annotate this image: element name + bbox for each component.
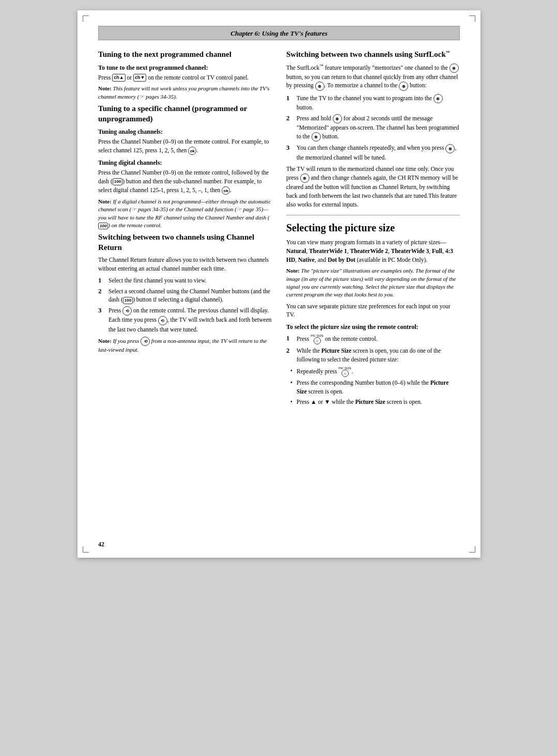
- corner-mark-br: [469, 546, 475, 553]
- sub-tune-next-label: To tune to the next programmed channel:: [98, 64, 272, 72]
- ch-rtn-icon-1: ⟲: [122, 306, 132, 316]
- digital-label: Tuning digital channels:: [98, 159, 272, 167]
- ok-icon: ok: [188, 147, 196, 155]
- picture-size-bullets: Repeatedly press PIC SIZE○. Press the co…: [290, 367, 460, 406]
- list-item: Press the corresponding Number button (0…: [290, 379, 460, 396]
- channel-return-note: Note: If you press ⟲ from a non-antenna …: [98, 337, 272, 354]
- right-column: Switching between two channels using Sur…: [286, 50, 460, 408]
- channel-return-steps: 1 Select the first channel you want to v…: [98, 276, 272, 334]
- tune-next-body: Press ch▲ or ch▼ on the remote control o…: [98, 73, 272, 82]
- picture-size-sub-label: To select the picture size using the rem…: [286, 323, 460, 331]
- dash-icon-1: 100: [113, 178, 122, 185]
- surf-icon-2: ⊛: [315, 82, 324, 91]
- left-column: Tuning to the next programmed channel To…: [98, 50, 272, 408]
- corner-mark-tl: [83, 15, 89, 22]
- list-item: Repeatedly press PIC SIZE○.: [290, 367, 460, 377]
- ok-icon-2: ok: [222, 186, 230, 195]
- surflock-steps: 1 Tune the TV to the channel you want to…: [286, 94, 460, 162]
- section-tuning-next-title: Tuning to the next programmed channel: [98, 50, 272, 60]
- ch-rtn-icon-3: ⟲: [141, 337, 150, 346]
- surf-icon-1: ⊛: [450, 64, 459, 73]
- picture-size-note: Note: The "picture size" illustrations a…: [286, 267, 460, 299]
- chapter-title: Chapter 6: Using the TV's features: [230, 29, 327, 37]
- section-tuning-next: Tuning to the next programmed channel To…: [98, 50, 272, 101]
- list-item: 1 Select the first channel you want to v…: [98, 276, 272, 285]
- list-item: 3 Press ⟲ on the remote control. The pre…: [98, 306, 272, 334]
- section-tuning-specific-title: Tuning to a specific channel (programmed…: [98, 104, 272, 124]
- list-item: 1 Press PIC SIZE○ on the remote control.: [286, 334, 460, 344]
- list-item: 2 While the Picture Size screen is open,…: [286, 346, 460, 364]
- section-surflock-title: Switching between two channels using Sur…: [286, 50, 460, 60]
- digital-note: Note: If a digital channel is not progra…: [98, 198, 272, 230]
- surflock-intro: The SurfLock™ feature temporarily "memor…: [286, 63, 460, 91]
- section-separator: [286, 215, 460, 215]
- picture-size-intro: You can view many program formats in a v…: [286, 238, 460, 264]
- analog-body: Press the Channel Number (0–9) on the re…: [98, 137, 272, 155]
- section-channel-return: Switching between two channels using Cha…: [98, 232, 272, 354]
- list-item: 3 You can then change channels repeatedl…: [286, 144, 460, 162]
- picture-size-title: Selecting the picture size: [286, 222, 460, 234]
- pic-size-icon-1: PIC SIZE○: [311, 334, 323, 344]
- picture-size-outro: You can save separate picture size prefe…: [286, 302, 460, 319]
- surf-icon-8: ⊛: [300, 174, 309, 183]
- content-columns: Tuning to the next programmed channel To…: [98, 50, 460, 408]
- list-item: 1 Tune the TV to the channel you want to…: [286, 94, 460, 112]
- surf-icon-3: ⊛: [399, 82, 408, 91]
- analog-label: Tuning analog channels:: [98, 128, 272, 136]
- channel-return-intro: The Channel Return feature allows you to…: [98, 256, 272, 273]
- pic-size-icon-2: PIC SIZE○: [338, 367, 351, 377]
- digital-body: Press the Channel Number (0–9) on the re…: [98, 168, 272, 195]
- list-item: 2 Select a second channel using the Chan…: [98, 287, 272, 304]
- surf-icon-5: ⊛: [333, 114, 342, 123]
- surflock-outro: The TV will return to the memorized chan…: [286, 165, 460, 209]
- section-tuning-specific: Tuning to a specific channel (programmed…: [98, 104, 272, 229]
- dash-icon-3: 100: [123, 297, 133, 304]
- page-number: 42: [98, 541, 104, 548]
- ch-rtn-icon-2: ⟲: [158, 316, 167, 325]
- corner-mark-bl: [83, 546, 89, 553]
- surf-icon-4: ⊛: [433, 94, 443, 103]
- dash-icon-2: 100: [98, 223, 108, 229]
- section-picture-size: Selecting the picture size You can view …: [286, 222, 460, 406]
- corner-mark-tr: [469, 15, 475, 22]
- surf-icon-6: ⊛: [312, 132, 321, 141]
- page: Chapter 6: Using the TV's features Tunin…: [78, 10, 481, 558]
- section-channel-return-title: Switching between two channels using Cha…: [98, 232, 272, 253]
- ch-up-icon: ch▲: [112, 74, 125, 82]
- list-item: Press ▲ or ▼ while the Picture Size scre…: [290, 398, 460, 406]
- section-surflock: Switching between two channels using Sur…: [286, 50, 460, 209]
- picture-size-steps: 1 Press PIC SIZE○ on the remote control.…: [286, 334, 460, 364]
- surf-icon-7: ⊛: [445, 144, 455, 153]
- chapter-header: Chapter 6: Using the TV's features: [98, 26, 460, 40]
- tune-next-note: Note: This feature will not work unless …: [98, 85, 272, 101]
- list-item: 2 Press and hold ⊛ for about 2 seconds u…: [286, 114, 460, 141]
- ch-down-icon: ch▼: [133, 74, 146, 82]
